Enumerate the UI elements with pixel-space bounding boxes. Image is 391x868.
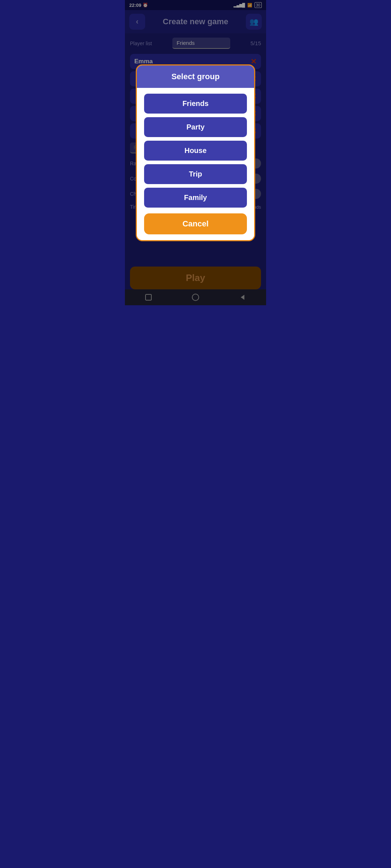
- cancel-button[interactable]: Cancel: [144, 213, 247, 234]
- select-group-modal: Select group Friends Party House Trip Fa…: [136, 64, 255, 241]
- modal-body: Friends Party House Trip Family Cancel: [137, 88, 254, 240]
- group-trip-button[interactable]: Trip: [144, 164, 247, 184]
- group-friends-button[interactable]: Friends: [144, 94, 247, 114]
- modal-title: Select group: [171, 72, 219, 81]
- group-party-button[interactable]: Party: [144, 117, 247, 137]
- group-family-button[interactable]: Family: [144, 188, 247, 208]
- modal-header: Select group: [137, 65, 254, 88]
- group-house-button[interactable]: House: [144, 141, 247, 161]
- modal-overlay: Select group Friends Party House Trip Fa…: [125, 0, 266, 305]
